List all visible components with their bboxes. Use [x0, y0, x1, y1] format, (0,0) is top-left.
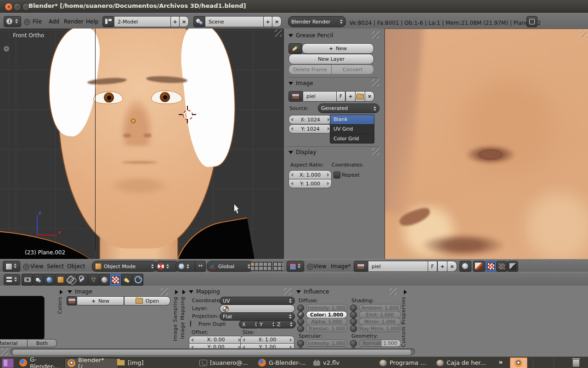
panel-drag-corner[interactable]	[372, 148, 379, 155]
image-panel-header[interactable]: Image	[288, 80, 313, 86]
tab-object-data[interactable]: ▽	[88, 274, 99, 286]
image-pin-button[interactable]	[459, 261, 471, 272]
influence-slider[interactable]: Normal: 1.000	[359, 339, 401, 347]
draw-channel-shaded-button[interactable]	[507, 261, 518, 272]
scene-delete-button[interactable]: ×	[272, 16, 282, 27]
image-mapping-collapse-icon[interactable]	[182, 290, 186, 294]
layout-delete-button[interactable]: ×	[179, 16, 189, 27]
stepper-left-arrow[interactable]	[291, 173, 293, 177]
image-unlink-button[interactable]: ×	[365, 91, 374, 102]
mode-dropdown[interactable]: Object Mode	[92, 261, 157, 272]
taskbar-item-video[interactable]: v2.flv	[311, 357, 355, 368]
menu-render[interactable]: Render	[64, 18, 84, 25]
menu-image[interactable]: Image*	[331, 263, 351, 270]
influence-checkbox[interactable]: ✓	[350, 305, 357, 311]
influence-checkbox[interactable]: ✓	[350, 340, 357, 347]
window-close-button[interactable]: ×	[5, 3, 13, 11]
image-height-stepper[interactable]: Y: 1024	[288, 124, 332, 133]
layers-widget-2[interactable]	[273, 262, 283, 271]
scene-field[interactable]: Scene	[205, 16, 270, 27]
taskbar-item-gimp-2[interactable]: Caja de her...	[434, 357, 494, 368]
menu-object[interactable]: Object	[67, 263, 85, 270]
mapping-panel-header[interactable]: Mapping	[189, 288, 220, 295]
menu-add[interactable]: Add	[49, 18, 59, 25]
influence-checkbox[interactable]: ✓	[297, 318, 304, 325]
screen-layout-field[interactable]: 2-Model	[114, 16, 177, 27]
image-new-button[interactable]: + New	[77, 296, 124, 305]
tab-physics[interactable]	[132, 274, 143, 286]
menu-select[interactable]: Select	[47, 263, 64, 270]
influence-checkbox[interactable]: ✓	[297, 311, 304, 318]
influence-checkbox[interactable]: ✓	[297, 325, 304, 332]
taskbar-item-gimp-1[interactable]: Programa ...	[377, 357, 436, 368]
image-unlink-button[interactable]: ×	[447, 261, 457, 272]
tab-constraints[interactable]	[66, 274, 77, 286]
coordinates-dropdown[interactable]: UV	[220, 297, 295, 305]
convert-button[interactable]: Convert	[331, 64, 374, 75]
trash-icon[interactable]	[572, 359, 580, 367]
taskbar-item-firefox-2[interactable]: G-Blender-...	[255, 357, 311, 368]
stepper-right-arrow[interactable]	[290, 338, 292, 342]
stepper-left-arrow[interactable]	[291, 118, 293, 121]
image-browse-button[interactable]	[67, 296, 77, 305]
collapse-menus-button[interactable]: −	[24, 19, 30, 25]
custom-properties-collapse-icon[interactable]	[404, 290, 407, 294]
grease-pencil-new-button[interactable]: + New	[302, 43, 374, 54]
image-sampling-panel-title[interactable]: Image Sampling	[172, 297, 178, 341]
tab-texture[interactable]	[110, 274, 121, 286]
tab-material[interactable]	[99, 274, 110, 286]
panel-drag-corner[interactable]	[284, 288, 291, 295]
from-dupli-radio[interactable]	[190, 320, 191, 327]
tab-particles[interactable]	[121, 274, 132, 286]
influence-slider[interactable]: Transluc: 1.000	[306, 325, 347, 332]
editor-type-button[interactable]	[287, 261, 304, 272]
list-item-blank[interactable]: Blank	[330, 115, 374, 125]
menu-view[interactable]: View	[313, 263, 326, 270]
taskbar-item-terminal[interactable]: ›_ [suanero@...	[197, 357, 256, 368]
layers-widget-1[interactable]	[250, 262, 272, 271]
area-resize-corner[interactable]	[275, 29, 282, 37]
workspace-switcher[interactable]	[2, 358, 14, 368]
menu-help[interactable]: Help	[86, 18, 98, 25]
window-duplicate-button[interactable]	[526, 16, 537, 27]
panel-drag-corner[interactable]	[372, 79, 379, 86]
stepper-right-arrow[interactable]	[327, 182, 329, 185]
panel-drag-corner[interactable]	[161, 288, 168, 295]
image-browse-button[interactable]	[288, 91, 303, 102]
horizontal-scrollbar-thumb[interactable]	[12, 349, 412, 356]
influence-checkbox[interactable]: ✓	[350, 311, 357, 318]
image-name-field[interactable]: piel	[368, 261, 434, 272]
draw-channel-color-button[interactable]	[486, 261, 497, 272]
stepper-left-arrow[interactable]	[191, 338, 193, 342]
influence-slider[interactable]: Ray Mirro: 1.000	[359, 325, 401, 332]
stepper-left-arrow[interactable]	[291, 182, 293, 185]
tray-blender-icon[interactable]	[510, 357, 527, 368]
influence-slider[interactable]: Intensity: 1.000	[306, 304, 347, 311]
fake-user-button[interactable]: F	[336, 91, 345, 102]
stepper-left-arrow[interactable]	[291, 127, 293, 131]
aspect-x-stepper[interactable]: X: 1.000	[288, 170, 332, 179]
influence-slider[interactable]: Alpha: 1.000	[306, 318, 347, 325]
tray-applet-icon[interactable]: »	[495, 358, 506, 367]
projection-dropdown[interactable]: Flat	[220, 312, 295, 321]
influence-slider[interactable]: Intensity: 1.000	[306, 339, 347, 347]
image-width-stepper[interactable]: X: 1024	[288, 115, 332, 124]
tab-world[interactable]	[44, 274, 55, 286]
editor-type-button[interactable]	[3, 261, 20, 272]
panel-drag-corner[interactable]	[372, 31, 379, 39]
image-open-button[interactable]: Open	[124, 296, 170, 305]
influence-slider[interactable]: Mirror: 1.000	[359, 318, 401, 325]
repeat-checkbox[interactable]	[334, 172, 340, 178]
image-add-button[interactable]: +	[345, 91, 356, 102]
influence-panel-header[interactable]: Influence	[296, 288, 329, 295]
menu-file[interactable]: File	[33, 18, 42, 25]
taskbar-item-firefox-1[interactable]: G-Blender-...	[17, 357, 69, 368]
custom-properties-panel-title[interactable]: Custom Properties	[401, 297, 407, 347]
influence-checkbox[interactable]: ✓	[350, 325, 357, 332]
tab-object[interactable]	[55, 274, 66, 286]
image-sampling-collapse-icon[interactable]	[175, 290, 178, 294]
grease-pencil-draw-button[interactable]	[288, 43, 302, 54]
paint-mode-button[interactable]	[473, 261, 485, 272]
list-item-color-grid[interactable]: Color Grid	[330, 134, 374, 144]
viewport-3d[interactable]: z x Front Ortho (23) Plane.002 +	[0, 29, 284, 259]
